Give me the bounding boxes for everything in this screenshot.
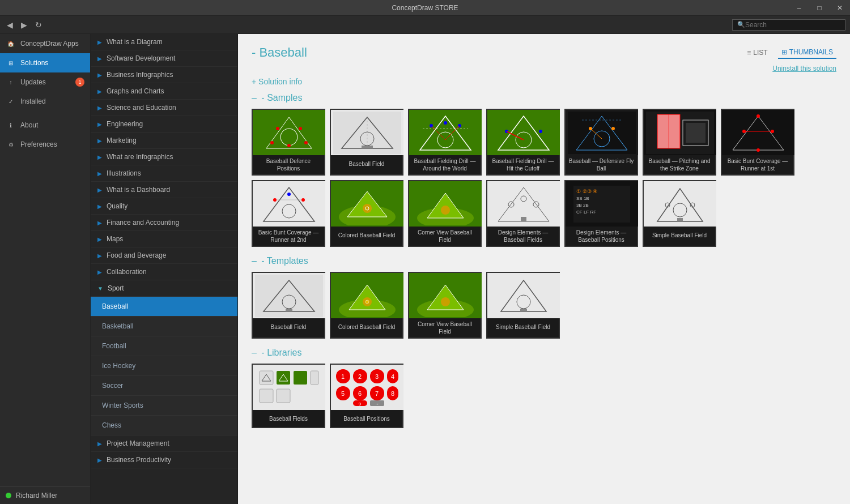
forward-button[interactable]: ▶ <box>19 18 29 32</box>
thumbnails-view-button[interactable]: ⊞ THUMBNAILS <box>778 46 836 59</box>
refresh-button[interactable]: ↻ <box>33 18 44 32</box>
sidebar-item-about[interactable]: ℹ About <box>0 116 90 135</box>
template-thumb-0 <box>253 273 325 318</box>
sidebar-item-installed[interactable]: ✓ Installed <box>0 92 90 111</box>
sport-sub-baseball[interactable]: Baseball <box>91 297 237 317</box>
svg-text:6: 6 <box>358 390 362 397</box>
svg-text:CF LF RF: CF LF RF <box>576 210 596 215</box>
svg-text:7: 7 <box>375 390 379 397</box>
list-view-button[interactable]: ≡ LIST <box>743 47 771 58</box>
installed-icon: ✓ <box>6 96 16 106</box>
sample-card-9[interactable]: Corner View Baseball Field <box>408 180 482 247</box>
templates-collapse-icon: – <box>252 256 257 266</box>
sidebar2-item-projectmgmt[interactable]: ▶ Project Management <box>91 435 237 452</box>
sidebar2-item-bizproductivity[interactable]: ▶ Business Productivity <box>91 452 237 468</box>
sport-sub-chess[interactable]: Chess <box>91 416 237 435</box>
sample-card-12[interactable]: Simple Baseball Field <box>643 180 716 247</box>
sidebar-item-solutions[interactable]: ⊞ Solutions <box>0 53 90 72</box>
library-label-1: Baseball Positions <box>331 410 402 427</box>
arrow-icon: ▼ <box>97 285 103 292</box>
sidebar2-item-bizinfographic[interactable]: ▶ Business Infographics <box>91 67 237 83</box>
svg-text:① ②③ ④: ① ②③ ④ <box>576 189 597 194</box>
sample-card-8[interactable]: Colored Baseball Field <box>330 180 403 247</box>
sample-thumb-9 <box>409 181 482 227</box>
svg-rect-103 <box>294 371 307 385</box>
template-card-3[interactable]: Simple Baseball Field <box>486 272 560 339</box>
sample-card-11[interactable]: ① ②③ ④ SS 1B 3B 2B CF LF RF Design Eleme… <box>564 180 638 247</box>
arrow-icon: ▶ <box>97 236 102 242</box>
arrow-icon: ▶ <box>97 121 102 127</box>
templates-grid: Baseball Field Colored Baseball Field <box>252 272 836 339</box>
sport-sub-icehockey[interactable]: Ice Hockey <box>91 356 237 376</box>
sidebar2-item-dashboard[interactable]: ▶ What is a Dashboard <box>91 182 237 198</box>
sample-card-10[interactable]: Design Elements — Baseball Fields <box>486 180 560 247</box>
sample-card-7[interactable]: Basic Bunt Coverage — Runner at 2nd <box>252 180 325 247</box>
sidebar2-item-software[interactable]: ▶ Software Development <box>91 50 237 67</box>
sport-sub-basketball[interactable]: Basketball <box>91 317 237 336</box>
templates-section-header[interactable]: – - Templates <box>252 256 836 266</box>
sample-card-2[interactable]: Baseball Fielding Drill — Around the Wor… <box>408 109 482 176</box>
sidebar2-item-marketing[interactable]: ▶ Marketing <box>91 133 237 149</box>
sample-card-1[interactable]: Baseball Field <box>330 109 403 176</box>
library-card-1[interactable]: 1 2 3 4 5 6 7 8 <box>330 364 403 428</box>
search-input[interactable] <box>745 21 836 29</box>
sidebar2-item-engineering[interactable]: ▶ Engineering <box>91 116 237 133</box>
sample-label-7: Basic Bunt Coverage — Runner at 2nd <box>253 227 324 246</box>
solution-info-toggle[interactable]: + Solution info <box>252 77 836 86</box>
samples-section-header[interactable]: – - Samples <box>252 93 836 103</box>
svg-text:8: 8 <box>391 390 394 397</box>
library-card-0[interactable]: Baseball Fields <box>252 364 325 428</box>
sidebar2-item-graphs[interactable]: ▶ Graphs and Charts <box>91 83 237 100</box>
arrow-icon: ▶ <box>97 88 102 95</box>
sidebar2-item-science[interactable]: ▶ Science and Education <box>91 100 237 116</box>
search-icon: 🔍 <box>737 21 745 28</box>
library-label-0: Baseball Fields <box>253 410 324 427</box>
sample-card-3[interactable]: Baseball Fielding Drill — Hit the Cutoff <box>486 109 560 176</box>
sidebar2-item-sport[interactable]: ▼ Sport <box>91 280 237 297</box>
about-icon: ℹ <box>6 120 16 130</box>
sample-card-4[interactable]: Baseball — Defensive Fly Ball <box>564 109 638 176</box>
minimize-button[interactable]: – <box>789 0 809 16</box>
sample-card-0[interactable]: Baseball Defence Positions <box>252 109 325 176</box>
template-card-0[interactable]: Baseball Field <box>252 272 325 339</box>
sidebar2-item-food[interactable]: ▶ Food and Beverage <box>91 247 237 264</box>
sample-card-6[interactable]: Basic Bunt Coverage — Runner at 1st <box>721 109 794 176</box>
close-button[interactable]: ✕ <box>830 0 850 16</box>
svg-point-51 <box>273 198 277 202</box>
svg-point-7 <box>304 141 308 144</box>
arrow-icon: ▶ <box>97 441 102 447</box>
back-button[interactable]: ◀ <box>5 18 15 32</box>
svg-point-52 <box>287 193 291 196</box>
library-thumb-1: 1 2 3 4 5 6 7 8 <box>331 365 403 410</box>
svg-point-53 <box>301 198 305 202</box>
svg-point-93 <box>441 297 450 306</box>
sidebar2-item-collaboration[interactable]: ▶ Collaboration <box>91 264 237 280</box>
sidebar-bottom: Richard Miller <box>0 486 90 504</box>
sample-card-5[interactable]: Baseball — Pitching and the Strike Zone <box>643 109 716 176</box>
sidebar2-item-finance[interactable]: ▶ Finance and Accounting <box>91 215 237 231</box>
content-header: - Baseball ≡ LIST ⊞ THUMBNAILS <box>252 45 836 60</box>
titlebar-title: ConceptDraw STORE <box>392 4 458 12</box>
sample-thumb-3 <box>487 110 560 155</box>
main-content: - Baseball ≡ LIST ⊞ THUMBNAILS Uninstall… <box>238 34 850 504</box>
template-card-2[interactable]: Corner View Baseball Field <box>408 272 482 339</box>
sidebar-item-apps[interactable]: 🏠 ConceptDraw Apps <box>0 34 90 53</box>
uninstall-link[interactable]: Uninstall this solution <box>772 65 836 72</box>
sidebar-item-preferences[interactable]: ⚙ Preferences <box>0 135 90 154</box>
sidebar-item-updates[interactable]: ↑ Updates 1 <box>0 72 90 92</box>
user-item[interactable]: Richard Miller <box>0 487 90 504</box>
sidebar2-item-diagram[interactable]: ▶ What is a Diagram <box>91 34 237 50</box>
sport-sub-soccer[interactable]: Soccer <box>91 376 237 396</box>
sidebar2-item-illustrations[interactable]: ▶ Illustrations <box>91 165 237 182</box>
sample-label-4: Baseball — Defensive Fly Ball <box>566 155 637 174</box>
sidebar2-item-maps[interactable]: ▶ Maps <box>91 231 237 247</box>
template-card-1[interactable]: Colored Baseball Field <box>330 272 403 339</box>
sidebar2-item-infographics[interactable]: ▶ What are Infographics <box>91 149 237 165</box>
libraries-section-header[interactable]: – - Libraries <box>252 348 836 358</box>
maximize-button[interactable]: □ <box>809 0 830 16</box>
sport-sub-football[interactable]: Football <box>91 336 237 356</box>
svg-point-6 <box>270 141 274 144</box>
sidebar2-item-quality[interactable]: ▶ Quality <box>91 198 237 215</box>
arrow-icon: ▶ <box>97 72 102 78</box>
sport-sub-winter[interactable]: Winter Sports <box>91 396 237 416</box>
